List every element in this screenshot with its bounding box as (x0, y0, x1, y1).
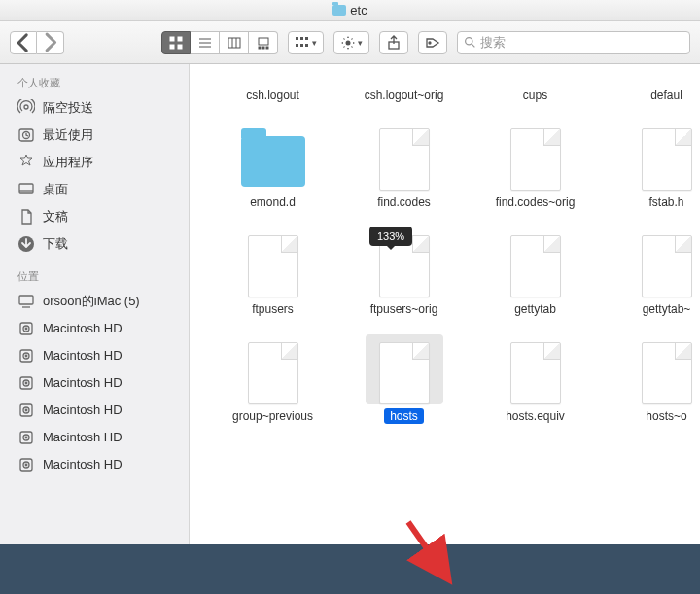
list-view-button[interactable] (191, 31, 220, 54)
annotation-arrow (399, 517, 457, 585)
apps-icon (18, 154, 35, 171)
titlebar[interactable]: etc (0, 0, 700, 21)
sidebar-item-disk[interactable]: Macintosh HD (0, 451, 189, 478)
file-item[interactable]: csh.logout (207, 74, 338, 103)
svg-rect-1 (178, 37, 182, 41)
forward-button[interactable] (37, 31, 64, 54)
body: 个人收藏 隔空投送 最近使用 应用程序 桌面 文稿 (0, 64, 700, 544)
column-view-button[interactable] (220, 31, 249, 54)
svg-rect-10 (259, 38, 268, 45)
disk-icon (18, 320, 35, 337)
folder-icon (332, 5, 346, 16)
airdrop-icon (18, 99, 35, 117)
chevron-down-icon: ▾ (312, 38, 317, 48)
file-item[interactable]: fstab.h (601, 121, 700, 210)
svg-rect-3 (178, 45, 182, 49)
disk-icon (18, 456, 35, 473)
svg-point-47 (25, 437, 27, 438)
file-label: emond.d (244, 194, 301, 210)
search-icon (464, 36, 476, 49)
view-mode-group (161, 31, 278, 54)
sidebar-item-disk[interactable]: Macintosh HD (0, 342, 189, 369)
document-icon (18, 208, 35, 226)
clock-icon (18, 126, 35, 144)
svg-line-51 (408, 522, 442, 571)
file-item[interactable]: defaul (601, 74, 700, 103)
svg-rect-13 (266, 47, 268, 49)
sidebar-item-disk[interactable]: Macintosh HD (0, 315, 189, 342)
action-button[interactable]: ▾ (333, 31, 369, 54)
disk-icon (18, 429, 35, 446)
file-item[interactable]: hosts~o (601, 334, 700, 424)
svg-rect-7 (228, 38, 240, 48)
svg-point-50 (25, 464, 27, 466)
svg-rect-2 (170, 45, 174, 49)
file-icon (510, 342, 561, 404)
folder-icon (241, 136, 305, 187)
folder-item[interactable]: emond.d (207, 121, 338, 210)
svg-point-41 (25, 382, 27, 384)
sidebar-item-airdrop[interactable]: 隔空投送 (0, 94, 189, 122)
file-label: cups (517, 87, 553, 103)
file-grid[interactable]: csh.logout csh.logout~orig cups defaul e… (190, 64, 700, 544)
svg-rect-0 (170, 37, 174, 41)
file-item[interactable]: group~previous (207, 334, 338, 424)
svg-point-23 (466, 38, 472, 45)
file-item[interactable]: gettytab~ (601, 227, 700, 317)
svg-point-38 (25, 355, 27, 357)
icon-view-button[interactable] (161, 31, 191, 54)
sidebar-item-label: 隔空投送 (43, 97, 93, 119)
sidebar-item-disk[interactable]: Macintosh HD (0, 369, 189, 397)
group-by-button[interactable]: ▾ (288, 31, 324, 54)
file-label: group~previous (227, 408, 319, 424)
svg-rect-28 (19, 184, 33, 193)
svg-rect-14 (296, 37, 298, 40)
download-icon (18, 235, 35, 253)
file-icon (379, 342, 430, 404)
sidebar-item-disk[interactable]: Macintosh HD (0, 424, 189, 451)
file-item[interactable]: gettytab (470, 227, 601, 317)
file-item[interactable]: csh.logout~orig (338, 74, 470, 103)
tags-button[interactable] (418, 31, 447, 54)
nav-group (10, 31, 64, 54)
file-label: ftpusers (246, 301, 299, 317)
search-placeholder: 搜索 (480, 34, 506, 52)
svg-point-44 (25, 409, 27, 411)
svg-rect-17 (296, 44, 298, 47)
file-item[interactable]: cups (470, 74, 601, 103)
sidebar-item-disk[interactable]: Macintosh HD (0, 397, 189, 424)
sidebar-item-applications[interactable]: 应用程序 (0, 149, 189, 176)
sidebar-item-downloads[interactable]: 下载 (0, 230, 189, 258)
sidebar-item-recents[interactable]: 最近使用 (0, 122, 189, 149)
svg-rect-31 (19, 296, 33, 304)
file-icon (510, 235, 561, 297)
sidebar-item-desktop[interactable]: 桌面 (0, 176, 189, 203)
sidebar-item-label: Macintosh HD (43, 318, 122, 339)
sidebar-item-label: orsoon的iMac (5) (43, 291, 140, 312)
sidebar-item-computer[interactable]: orsoon的iMac (5) (0, 288, 189, 315)
gallery-view-button[interactable] (249, 31, 278, 54)
sidebar-item-documents[interactable]: 文稿 (0, 203, 189, 230)
sidebar-header-locations: 位置 (0, 265, 189, 288)
svg-point-35 (25, 328, 27, 330)
file-item[interactable]: ftpusers (207, 227, 338, 317)
file-label: find.codes~orig (490, 194, 581, 210)
file-label: ftpusers~orig (365, 301, 444, 317)
file-label: defaul (645, 87, 688, 103)
file-item[interactable]: find.codes~orig (470, 121, 601, 210)
file-item[interactable]: find.codes (338, 121, 470, 210)
file-icon (642, 128, 692, 191)
svg-point-25 (24, 105, 28, 109)
file-item-selected[interactable]: hosts (338, 334, 470, 424)
search-input[interactable]: 搜索 (457, 31, 690, 54)
share-button[interactable] (379, 31, 408, 54)
file-item[interactable]: hosts.equiv (470, 334, 601, 424)
file-label: hosts~o (640, 408, 692, 424)
file-label: csh.logout~orig (359, 87, 450, 103)
sidebar-item-label: Macintosh HD (43, 427, 122, 448)
computer-icon (18, 293, 35, 310)
file-icon (379, 128, 430, 191)
back-button[interactable] (10, 31, 37, 54)
disk-icon (18, 347, 35, 365)
svg-rect-11 (259, 47, 261, 49)
